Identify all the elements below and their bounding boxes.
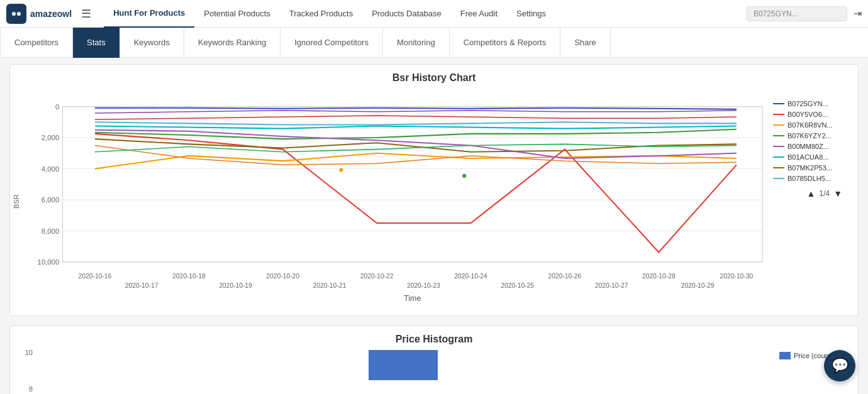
- bsr-legend: B0725GYN... B00Y5VO6... B07K6R8VN... B07…: [770, 94, 852, 309]
- price-histogram-chart: 10 8 Price (count): [10, 349, 858, 394]
- hist-y-tick-8: 8: [29, 385, 33, 393]
- top-navigation: amazeowl ☰ Hunt For Products Potential P…: [0, 0, 868, 28]
- bsr-svg: 0 2,000 4,000 6,000 8,000 10,000 2020-10…: [23, 94, 770, 307]
- svg-text:2020-10-21: 2020-10-21: [313, 282, 347, 289]
- bsr-chart-section: Bsr History Chart BSR 0 2,000: [9, 64, 859, 316]
- legend-label-6: B07MK2P53...: [787, 164, 832, 172]
- svg-text:4,000: 4,000: [42, 165, 59, 173]
- hist-y-axis: 10 8: [16, 349, 35, 393]
- svg-text:2020-10-28: 2020-10-28: [642, 273, 676, 280]
- nav-hunt-for-products[interactable]: Hunt For Products: [104, 0, 194, 28]
- legend-label-0: B0725GYN...: [787, 100, 828, 107]
- svg-text:2,000: 2,000: [42, 134, 59, 141]
- svg-point-30: [462, 174, 466, 178]
- external-link-icon[interactable]: ⇥: [854, 8, 862, 19]
- svg-text:2020-10-30: 2020-10-30: [720, 273, 754, 280]
- svg-text:2020-10-20: 2020-10-20: [266, 273, 299, 280]
- price-histogram-section: Price Histogram 10 8 Price (count): [9, 326, 859, 394]
- tab-keywords[interactable]: Keywords: [120, 28, 184, 58]
- legend-item-5: B01ACUA8...: [773, 153, 849, 161]
- legend-item-3: B07K6YZY2...: [773, 132, 849, 140]
- svg-text:10,000: 10,000: [38, 258, 60, 266]
- bsr-chart-wrapper: BSR 0 2,000 4,000 6,: [10, 87, 858, 315]
- legend-color-6: [773, 167, 784, 168]
- chat-button[interactable]: 💬: [824, 350, 855, 381]
- nav-tracked-products[interactable]: Tracked Products: [280, 0, 362, 28]
- bsr-chart-title: Bsr History Chart: [10, 65, 858, 87]
- legend-item-6: B07MK2P53...: [773, 164, 849, 172]
- legend-item-7: B0785DLH5...: [773, 175, 849, 182]
- legend-color-7: [773, 178, 784, 179]
- legend-color-5: [773, 156, 784, 158]
- legend-color-0: [773, 103, 784, 104]
- bsr-svg-container: 0 2,000 4,000 6,000 8,000 10,000 2020-10…: [23, 94, 770, 309]
- legend-label-7: B0785DLH5...: [787, 175, 831, 182]
- tab-ignored-competitors[interactable]: Ignored Competitors: [281, 28, 383, 58]
- tab-share[interactable]: Share: [560, 28, 611, 58]
- legend-color-4: [773, 146, 784, 147]
- price-histogram-title: Price Histogram: [10, 326, 858, 349]
- pagination-next[interactable]: ▼: [833, 189, 842, 199]
- svg-text:Time: Time: [404, 294, 421, 303]
- pagination-info: 1/4: [819, 189, 830, 198]
- bsr-chart-area: 0 2,000 4,000 6,000 8,000 10,000 2020-10…: [23, 94, 770, 309]
- main-content: Bsr History Chart BSR 0 2,000: [0, 58, 868, 394]
- svg-text:0: 0: [55, 103, 59, 111]
- svg-rect-28: [62, 107, 762, 262]
- svg-text:2020-10-22: 2020-10-22: [360, 273, 394, 280]
- nav-search[interactable]: B0725GYN...: [747, 6, 847, 21]
- hist-legend-box: [779, 352, 791, 359]
- svg-text:2020-10-26: 2020-10-26: [548, 273, 582, 280]
- svg-text:2020-10-19: 2020-10-19: [219, 282, 252, 289]
- tab-stats[interactable]: Stats: [73, 28, 120, 58]
- owl-icon: [12, 12, 21, 16]
- legend-pagination: ▲ 1/4 ▼: [773, 185, 849, 202]
- legend-item-4: B00MM80Z...: [773, 143, 849, 150]
- nav-free-audit[interactable]: Free Audit: [451, 0, 507, 28]
- bsr-y-axis-label: BSR: [10, 94, 23, 309]
- svg-text:8,000: 8,000: [42, 227, 59, 235]
- legend-label-5: B01ACUA8...: [787, 153, 828, 161]
- svg-point-29: [339, 168, 343, 172]
- nav-products-database[interactable]: Products Database: [362, 0, 451, 28]
- svg-text:2020-10-27: 2020-10-27: [595, 282, 628, 289]
- nav-settings[interactable]: Settings: [507, 0, 555, 28]
- hist-y-tick-10: 10: [25, 349, 33, 356]
- tab-keywords-ranking[interactable]: Keywords Ranking: [184, 28, 281, 58]
- nav-right: B0725GYN... ⇥: [747, 6, 862, 21]
- main-nav: Hunt For Products Potential Products Tra…: [104, 0, 555, 28]
- svg-text:2020-10-16: 2020-10-16: [79, 273, 112, 280]
- legend-label-3: B07K6YZY2...: [787, 132, 832, 140]
- pagination-prev[interactable]: ▲: [807, 189, 816, 199]
- tab-competitors-reports[interactable]: Competitors & Reports: [450, 28, 561, 58]
- svg-text:2020-10-29: 2020-10-29: [681, 282, 715, 289]
- sub-navigation: Competitors Stats Keywords Keywords Rank…: [0, 28, 868, 58]
- svg-text:2020-10-17: 2020-10-17: [125, 282, 159, 289]
- legend-item-0: B0725GYN...: [773, 100, 849, 107]
- legend-item-1: B00Y5VO6...: [773, 111, 849, 118]
- legend-label-4: B00MM80Z...: [787, 143, 829, 150]
- legend-label-2: B07K6R8VN...: [787, 121, 833, 129]
- legend-label-1: B00Y5VO6...: [787, 111, 828, 118]
- legend-item-2: B07K6R8VN...: [773, 121, 849, 129]
- tab-competitors[interactable]: Competitors: [0, 28, 73, 58]
- legend-color-1: [773, 114, 784, 115]
- logo[interactable]: amazeowl: [6, 4, 72, 24]
- hamburger-menu[interactable]: ☰: [81, 7, 91, 21]
- svg-text:2020-10-24: 2020-10-24: [454, 273, 487, 280]
- chat-icon: 💬: [832, 358, 849, 374]
- legend-color-2: [773, 124, 784, 126]
- logo-text: amazeowl: [30, 9, 72, 19]
- nav-potential-products[interactable]: Potential Products: [194, 0, 280, 28]
- hist-bars-area: [35, 349, 776, 393]
- legend-color-3: [773, 135, 784, 136]
- hist-bar-main: [369, 350, 438, 380]
- svg-text:2020-10-23: 2020-10-23: [407, 282, 440, 289]
- tab-monitoring[interactable]: Monitoring: [383, 28, 450, 58]
- svg-text:6,000: 6,000: [42, 196, 59, 204]
- svg-text:2020-10-25: 2020-10-25: [501, 282, 534, 289]
- logo-icon: [6, 4, 26, 24]
- svg-text:2020-10-18: 2020-10-18: [172, 273, 206, 280]
